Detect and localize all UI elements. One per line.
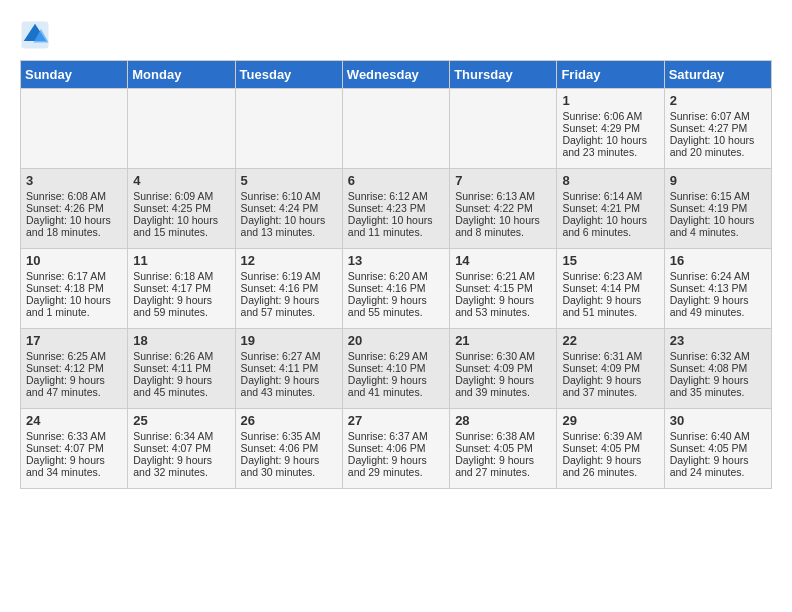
calendar-cell: 23Sunrise: 6:32 AMSunset: 4:08 PMDayligh…: [664, 329, 771, 409]
day-info: Sunset: 4:05 PM: [455, 442, 551, 454]
day-info: Daylight: 9 hours and 35 minutes.: [670, 374, 766, 398]
day-number: 12: [241, 253, 337, 268]
calendar-cell: 30Sunrise: 6:40 AMSunset: 4:05 PMDayligh…: [664, 409, 771, 489]
calendar-week-1: 1Sunrise: 6:06 AMSunset: 4:29 PMDaylight…: [21, 89, 772, 169]
day-info: Sunset: 4:16 PM: [348, 282, 444, 294]
day-info: Sunrise: 6:13 AM: [455, 190, 551, 202]
calendar-cell: 12Sunrise: 6:19 AMSunset: 4:16 PMDayligh…: [235, 249, 342, 329]
day-number: 13: [348, 253, 444, 268]
day-number: 8: [562, 173, 658, 188]
calendar-cell: 10Sunrise: 6:17 AMSunset: 4:18 PMDayligh…: [21, 249, 128, 329]
day-info: Sunrise: 6:15 AM: [670, 190, 766, 202]
day-info: Sunrise: 6:07 AM: [670, 110, 766, 122]
day-info: Sunrise: 6:34 AM: [133, 430, 229, 442]
day-info: Sunset: 4:12 PM: [26, 362, 122, 374]
calendar-cell: 17Sunrise: 6:25 AMSunset: 4:12 PMDayligh…: [21, 329, 128, 409]
calendar-cell: 11Sunrise: 6:18 AMSunset: 4:17 PMDayligh…: [128, 249, 235, 329]
day-info: Daylight: 9 hours and 30 minutes.: [241, 454, 337, 478]
day-info: Daylight: 10 hours and 6 minutes.: [562, 214, 658, 238]
day-info: Daylight: 9 hours and 59 minutes.: [133, 294, 229, 318]
day-info: Sunset: 4:11 PM: [241, 362, 337, 374]
calendar-cell: [342, 89, 449, 169]
day-info: Daylight: 9 hours and 41 minutes.: [348, 374, 444, 398]
day-info: Sunrise: 6:25 AM: [26, 350, 122, 362]
day-info: Sunrise: 6:12 AM: [348, 190, 444, 202]
calendar-cell: 27Sunrise: 6:37 AMSunset: 4:06 PMDayligh…: [342, 409, 449, 489]
day-info: Sunrise: 6:33 AM: [26, 430, 122, 442]
day-number: 23: [670, 333, 766, 348]
day-info: Sunset: 4:19 PM: [670, 202, 766, 214]
day-number: 19: [241, 333, 337, 348]
day-number: 1: [562, 93, 658, 108]
day-info: Sunrise: 6:17 AM: [26, 270, 122, 282]
day-number: 22: [562, 333, 658, 348]
day-info: Sunrise: 6:20 AM: [348, 270, 444, 282]
day-header-tuesday: Tuesday: [235, 61, 342, 89]
calendar-cell: 14Sunrise: 6:21 AMSunset: 4:15 PMDayligh…: [450, 249, 557, 329]
day-info: Sunrise: 6:39 AM: [562, 430, 658, 442]
day-info: Sunrise: 6:40 AM: [670, 430, 766, 442]
day-info: Daylight: 9 hours and 51 minutes.: [562, 294, 658, 318]
day-info: Daylight: 9 hours and 53 minutes.: [455, 294, 551, 318]
day-info: Sunset: 4:22 PM: [455, 202, 551, 214]
logo: [20, 20, 54, 50]
day-number: 5: [241, 173, 337, 188]
day-info: Sunset: 4:06 PM: [348, 442, 444, 454]
day-info: Sunrise: 6:14 AM: [562, 190, 658, 202]
day-info: Sunrise: 6:37 AM: [348, 430, 444, 442]
day-number: 28: [455, 413, 551, 428]
calendar-cell: 16Sunrise: 6:24 AMSunset: 4:13 PMDayligh…: [664, 249, 771, 329]
day-info: Sunrise: 6:30 AM: [455, 350, 551, 362]
day-info: Sunset: 4:14 PM: [562, 282, 658, 294]
day-number: 15: [562, 253, 658, 268]
day-info: Daylight: 9 hours and 37 minutes.: [562, 374, 658, 398]
calendar-week-3: 10Sunrise: 6:17 AMSunset: 4:18 PMDayligh…: [21, 249, 772, 329]
day-info: Sunset: 4:05 PM: [670, 442, 766, 454]
calendar-cell: 21Sunrise: 6:30 AMSunset: 4:09 PMDayligh…: [450, 329, 557, 409]
day-info: Sunrise: 6:38 AM: [455, 430, 551, 442]
calendar-cell: 6Sunrise: 6:12 AMSunset: 4:23 PMDaylight…: [342, 169, 449, 249]
day-info: Daylight: 10 hours and 4 minutes.: [670, 214, 766, 238]
day-info: Sunset: 4:23 PM: [348, 202, 444, 214]
day-header-thursday: Thursday: [450, 61, 557, 89]
day-info: Daylight: 9 hours and 55 minutes.: [348, 294, 444, 318]
day-info: Sunset: 4:09 PM: [455, 362, 551, 374]
day-number: 18: [133, 333, 229, 348]
day-info: Daylight: 9 hours and 49 minutes.: [670, 294, 766, 318]
day-number: 6: [348, 173, 444, 188]
day-info: Daylight: 10 hours and 1 minute.: [26, 294, 122, 318]
calendar-cell: 18Sunrise: 6:26 AMSunset: 4:11 PMDayligh…: [128, 329, 235, 409]
calendar-cell: 26Sunrise: 6:35 AMSunset: 4:06 PMDayligh…: [235, 409, 342, 489]
day-info: Sunset: 4:18 PM: [26, 282, 122, 294]
day-info: Sunset: 4:16 PM: [241, 282, 337, 294]
calendar-cell: 29Sunrise: 6:39 AMSunset: 4:05 PMDayligh…: [557, 409, 664, 489]
day-info: Sunrise: 6:24 AM: [670, 270, 766, 282]
logo-icon: [20, 20, 50, 50]
day-info: Sunset: 4:07 PM: [133, 442, 229, 454]
day-info: Daylight: 9 hours and 47 minutes.: [26, 374, 122, 398]
day-number: 14: [455, 253, 551, 268]
day-info: Daylight: 9 hours and 39 minutes.: [455, 374, 551, 398]
day-info: Daylight: 9 hours and 26 minutes.: [562, 454, 658, 478]
calendar-cell: 7Sunrise: 6:13 AMSunset: 4:22 PMDaylight…: [450, 169, 557, 249]
calendar-cell: [128, 89, 235, 169]
day-number: 25: [133, 413, 229, 428]
day-info: Sunrise: 6:32 AM: [670, 350, 766, 362]
day-info: Sunset: 4:26 PM: [26, 202, 122, 214]
calendar-week-4: 17Sunrise: 6:25 AMSunset: 4:12 PMDayligh…: [21, 329, 772, 409]
day-number: 17: [26, 333, 122, 348]
day-header-friday: Friday: [557, 61, 664, 89]
calendar-week-5: 24Sunrise: 6:33 AMSunset: 4:07 PMDayligh…: [21, 409, 772, 489]
calendar-table: SundayMondayTuesdayWednesdayThursdayFrid…: [20, 60, 772, 489]
calendar-cell: 8Sunrise: 6:14 AMSunset: 4:21 PMDaylight…: [557, 169, 664, 249]
calendar-cell: 15Sunrise: 6:23 AMSunset: 4:14 PMDayligh…: [557, 249, 664, 329]
day-header-saturday: Saturday: [664, 61, 771, 89]
calendar-cell: [21, 89, 128, 169]
day-info: Daylight: 10 hours and 13 minutes.: [241, 214, 337, 238]
calendar-week-2: 3Sunrise: 6:08 AMSunset: 4:26 PMDaylight…: [21, 169, 772, 249]
day-number: 29: [562, 413, 658, 428]
day-header-wednesday: Wednesday: [342, 61, 449, 89]
calendar-cell: 9Sunrise: 6:15 AMSunset: 4:19 PMDaylight…: [664, 169, 771, 249]
day-number: 2: [670, 93, 766, 108]
day-info: Sunrise: 6:18 AM: [133, 270, 229, 282]
